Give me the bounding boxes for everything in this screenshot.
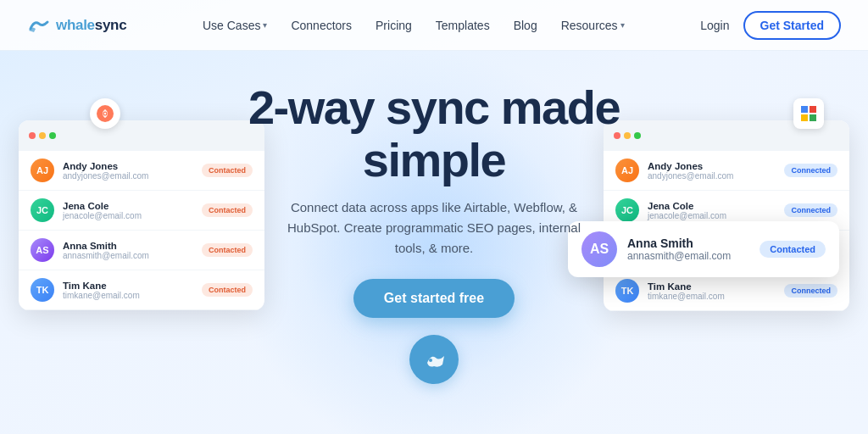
- logo-text: whalesync: [56, 17, 126, 34]
- logo[interactable]: whalesync: [27, 17, 126, 34]
- nav-use-cases[interactable]: Use Cases ▾: [203, 19, 267, 32]
- nav-links: Use Cases ▾ Connectors Pricing Templates…: [203, 19, 625, 32]
- hero-section: 2-way sync made simple Connect data acro…: [0, 51, 868, 384]
- nav-resources[interactable]: Resources ▾: [561, 19, 625, 32]
- nav-blog[interactable]: Blog: [514, 19, 537, 32]
- whale-icon: [422, 348, 446, 371]
- get-started-nav-button[interactable]: Get Started: [743, 11, 841, 40]
- whale-logo-icon: [27, 17, 51, 34]
- hero-subtitle: Connect data across apps like Airtable, …: [273, 198, 595, 259]
- nav-pricing[interactable]: Pricing: [376, 19, 412, 32]
- nav-templates[interactable]: Templates: [436, 19, 490, 32]
- hero-cta-button[interactable]: Get started free: [353, 279, 515, 318]
- nav-actions: Login Get Started: [700, 11, 841, 40]
- chevron-down-icon: ▾: [263, 20, 267, 30]
- hero-title: 2-way sync made simple: [248, 81, 620, 186]
- svg-point-0: [429, 359, 432, 362]
- nav-connectors[interactable]: Connectors: [291, 19, 352, 32]
- navbar: whalesync Use Cases ▾ Connectors Pricing…: [0, 0, 868, 51]
- chevron-down-icon: ▾: [620, 20, 625, 30]
- whale-logo-circle: [409, 335, 459, 384]
- login-button[interactable]: Login: [700, 19, 729, 32]
